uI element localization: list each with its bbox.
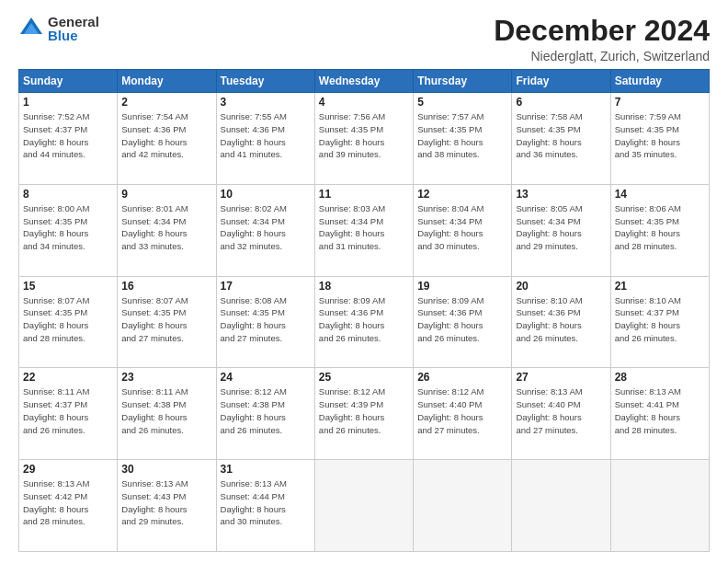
day-info: Sunrise: 8:07 AM Sunset: 4:35 PM Dayligh… (121, 294, 211, 345)
calendar-cell: 23Sunrise: 8:11 AM Sunset: 4:38 PM Dayli… (118, 368, 216, 460)
day-number: 24 (221, 371, 311, 384)
day-info: Sunrise: 8:08 AM Sunset: 4:35 PM Dayligh… (221, 294, 311, 345)
day-info: Sunrise: 8:10 AM Sunset: 4:37 PM Dayligh… (615, 294, 705, 345)
calendar-cell: 10Sunrise: 8:02 AM Sunset: 4:34 PM Dayli… (216, 184, 314, 276)
day-number: 17 (221, 280, 311, 293)
day-number: 1 (23, 96, 113, 109)
calendar-cell: 25Sunrise: 8:12 AM Sunset: 4:39 PM Dayli… (314, 368, 413, 460)
calendar-cell: 6Sunrise: 7:58 AM Sunset: 4:35 PM Daylig… (512, 93, 610, 185)
calendar: Sunday Monday Tuesday Wednesday Thursday… (18, 69, 710, 552)
day-number: 22 (23, 371, 113, 384)
day-number: 23 (121, 371, 211, 384)
day-info: Sunrise: 8:03 AM Sunset: 4:34 PM Dayligh… (319, 202, 409, 253)
day-number: 6 (516, 96, 606, 109)
calendar-cell: 29Sunrise: 8:13 AM Sunset: 4:42 PM Dayli… (19, 460, 118, 552)
day-info: Sunrise: 7:54 AM Sunset: 4:36 PM Dayligh… (121, 110, 211, 161)
calendar-cell: 31Sunrise: 8:13 AM Sunset: 4:44 PM Dayli… (216, 460, 314, 552)
day-info: Sunrise: 7:52 AM Sunset: 4:37 PM Dayligh… (23, 110, 113, 161)
col-sunday: Sunday (19, 70, 118, 93)
day-number: 2 (121, 96, 211, 109)
logo-blue: Blue (48, 29, 99, 42)
logo-general: General (48, 15, 99, 29)
day-number: 14 (615, 188, 705, 201)
calendar-week-4: 22Sunrise: 8:11 AM Sunset: 4:37 PM Dayli… (19, 368, 710, 460)
day-info: Sunrise: 8:13 AM Sunset: 4:42 PM Dayligh… (23, 477, 113, 528)
calendar-cell: 26Sunrise: 8:12 AM Sunset: 4:40 PM Dayli… (414, 368, 512, 460)
day-info: Sunrise: 8:00 AM Sunset: 4:35 PM Dayligh… (23, 202, 113, 253)
day-number: 27 (516, 371, 606, 384)
day-info: Sunrise: 8:13 AM Sunset: 4:40 PM Dayligh… (516, 385, 606, 436)
day-number: 28 (615, 371, 705, 384)
day-number: 4 (319, 96, 409, 109)
day-info: Sunrise: 8:04 AM Sunset: 4:34 PM Dayligh… (417, 202, 507, 253)
day-info: Sunrise: 8:07 AM Sunset: 4:35 PM Dayligh… (23, 294, 113, 345)
day-info: Sunrise: 8:11 AM Sunset: 4:37 PM Dayligh… (23, 385, 113, 436)
day-number: 25 (319, 371, 409, 384)
col-monday: Monday (118, 70, 216, 93)
day-info: Sunrise: 8:01 AM Sunset: 4:34 PM Dayligh… (121, 202, 211, 253)
calendar-cell: 19Sunrise: 8:09 AM Sunset: 4:36 PM Dayli… (414, 276, 512, 368)
calendar-cell: 21Sunrise: 8:10 AM Sunset: 4:37 PM Dayli… (610, 276, 709, 368)
day-info: Sunrise: 8:09 AM Sunset: 4:36 PM Dayligh… (319, 294, 409, 345)
day-info: Sunrise: 7:59 AM Sunset: 4:35 PM Dayligh… (615, 110, 705, 161)
day-number: 29 (23, 463, 113, 476)
day-number: 19 (417, 280, 507, 293)
calendar-cell: 12Sunrise: 8:04 AM Sunset: 4:34 PM Dayli… (414, 184, 512, 276)
calendar-cell: 30Sunrise: 8:13 AM Sunset: 4:43 PM Dayli… (118, 460, 216, 552)
calendar-cell: 18Sunrise: 8:09 AM Sunset: 4:36 PM Dayli… (314, 276, 413, 368)
day-number: 15 (23, 280, 113, 293)
day-number: 3 (221, 96, 311, 109)
logo-icon (18, 16, 44, 41)
day-number: 8 (23, 188, 113, 201)
calendar-cell: 4Sunrise: 7:56 AM Sunset: 4:35 PM Daylig… (314, 93, 413, 185)
day-info: Sunrise: 7:56 AM Sunset: 4:35 PM Dayligh… (319, 110, 409, 161)
day-info: Sunrise: 8:13 AM Sunset: 4:41 PM Dayligh… (615, 385, 705, 436)
day-info: Sunrise: 8:12 AM Sunset: 4:39 PM Dayligh… (319, 385, 409, 436)
title-block: December 2024 Niederglatt, Zurich, Switz… (494, 15, 710, 63)
day-info: Sunrise: 8:09 AM Sunset: 4:36 PM Dayligh… (417, 294, 507, 345)
calendar-week-1: 1Sunrise: 7:52 AM Sunset: 4:37 PM Daylig… (19, 93, 710, 185)
page: General Blue December 2024 Niederglatt, … (0, 0, 728, 563)
day-number: 13 (516, 188, 606, 201)
header: General Blue December 2024 Niederglatt, … (18, 15, 710, 63)
calendar-week-3: 15Sunrise: 8:07 AM Sunset: 4:35 PM Dayli… (19, 276, 710, 368)
day-info: Sunrise: 8:02 AM Sunset: 4:34 PM Dayligh… (221, 202, 311, 253)
day-number: 16 (121, 280, 211, 293)
logo: General Blue (18, 15, 99, 42)
col-wednesday: Wednesday (314, 70, 413, 93)
calendar-cell: 5Sunrise: 7:57 AM Sunset: 4:35 PM Daylig… (414, 93, 512, 185)
calendar-cell: 3Sunrise: 7:55 AM Sunset: 4:36 PM Daylig… (216, 93, 314, 185)
calendar-cell: 13Sunrise: 8:05 AM Sunset: 4:34 PM Dayli… (512, 184, 610, 276)
calendar-week-2: 8Sunrise: 8:00 AM Sunset: 4:35 PM Daylig… (19, 184, 710, 276)
calendar-cell: 24Sunrise: 8:12 AM Sunset: 4:38 PM Dayli… (216, 368, 314, 460)
col-friday: Friday (512, 70, 610, 93)
calendar-cell: 1Sunrise: 7:52 AM Sunset: 4:37 PM Daylig… (19, 93, 118, 185)
calendar-cell: 14Sunrise: 8:06 AM Sunset: 4:35 PM Dayli… (610, 184, 709, 276)
day-number: 31 (221, 463, 311, 476)
day-info: Sunrise: 8:06 AM Sunset: 4:35 PM Dayligh… (615, 202, 705, 253)
calendar-cell: 22Sunrise: 8:11 AM Sunset: 4:37 PM Dayli… (19, 368, 118, 460)
day-info: Sunrise: 7:57 AM Sunset: 4:35 PM Dayligh… (417, 110, 507, 161)
calendar-cell: 28Sunrise: 8:13 AM Sunset: 4:41 PM Dayli… (610, 368, 709, 460)
calendar-cell (314, 460, 413, 552)
subtitle: Niederglatt, Zurich, Switzerland (494, 49, 710, 63)
day-number: 18 (319, 280, 409, 293)
calendar-week-5: 29Sunrise: 8:13 AM Sunset: 4:42 PM Dayli… (19, 460, 710, 552)
calendar-cell: 7Sunrise: 7:59 AM Sunset: 4:35 PM Daylig… (610, 93, 709, 185)
day-info: Sunrise: 8:13 AM Sunset: 4:44 PM Dayligh… (221, 477, 311, 528)
day-number: 11 (319, 188, 409, 201)
day-number: 20 (516, 280, 606, 293)
day-info: Sunrise: 8:12 AM Sunset: 4:40 PM Dayligh… (417, 385, 507, 436)
calendar-cell: 17Sunrise: 8:08 AM Sunset: 4:35 PM Dayli… (216, 276, 314, 368)
calendar-cell: 27Sunrise: 8:13 AM Sunset: 4:40 PM Dayli… (512, 368, 610, 460)
day-info: Sunrise: 8:10 AM Sunset: 4:36 PM Dayligh… (516, 294, 606, 345)
calendar-header-row: Sunday Monday Tuesday Wednesday Thursday… (19, 70, 710, 93)
day-info: Sunrise: 8:13 AM Sunset: 4:43 PM Dayligh… (121, 477, 211, 528)
calendar-cell: 2Sunrise: 7:54 AM Sunset: 4:36 PM Daylig… (118, 93, 216, 185)
day-number: 10 (221, 188, 311, 201)
calendar-cell: 20Sunrise: 8:10 AM Sunset: 4:36 PM Dayli… (512, 276, 610, 368)
day-info: Sunrise: 7:55 AM Sunset: 4:36 PM Dayligh… (221, 110, 311, 161)
col-saturday: Saturday (610, 70, 709, 93)
col-tuesday: Tuesday (216, 70, 314, 93)
col-thursday: Thursday (414, 70, 512, 93)
